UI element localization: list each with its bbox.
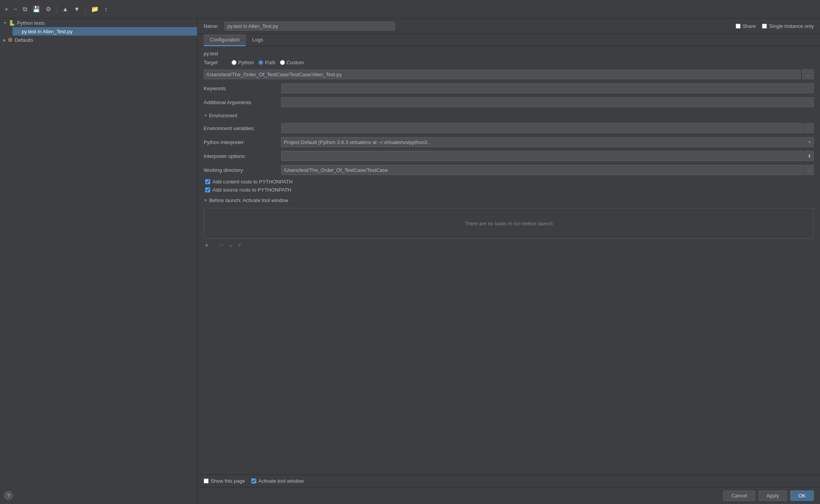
additional-args-input[interactable]: [281, 97, 814, 107]
main-layout: ▼ 🐍 Python tests ▷ py.test in Alien_Test…: [0, 19, 820, 504]
config-content: py.test Target Python Path Custom: [197, 46, 820, 475]
interpreter-options-input[interactable]: [281, 151, 804, 161]
name-input[interactable]: [225, 22, 395, 31]
activate-tool-checkbox[interactable]: [251, 478, 256, 483]
working-dir-row: Working directory: …: [204, 165, 814, 175]
tab-logs[interactable]: Logs: [246, 34, 269, 46]
python-interpreter-select[interactable]: Project Default (Python 3.6.3 virtualenv…: [281, 137, 814, 147]
cancel-button[interactable]: Cancel: [723, 490, 755, 501]
tree-group-python-tests[interactable]: ▼ 🐍 Python tests: [0, 19, 197, 27]
environment-section-header[interactable]: ▼ Environment: [204, 111, 814, 120]
python-radio-label: Python: [238, 60, 254, 65]
keywords-input[interactable]: [281, 83, 814, 93]
tree-group-arrow: ▼: [3, 21, 7, 25]
keywords-label: Keywords: [204, 86, 281, 91]
add-content-roots-checkbox[interactable]: [205, 179, 210, 184]
toolbar-separator-1: [57, 5, 57, 13]
environment-label: Environment: [209, 113, 237, 118]
add-source-roots-row: Add source roots to PYTHONPATH: [204, 187, 814, 193]
pytest-icon: ▷: [15, 28, 20, 34]
additional-args-label: Additional Arguments: [204, 99, 281, 105]
footer: Cancel Apply OK: [197, 487, 820, 504]
working-dir-label: Working directory:: [204, 167, 281, 173]
before-launch-section: ▼ Before launch: Activate tool window Th…: [204, 196, 814, 250]
add-content-roots-row: Add content roots to PYTHONPATH: [204, 179, 814, 185]
single-instance-checkbox[interactable]: [762, 24, 767, 29]
launch-up-button[interactable]: ▲: [226, 241, 235, 249]
sort-button[interactable]: ↕: [103, 5, 109, 14]
interpreter-options-label: Interpreter options:: [204, 153, 281, 159]
remove-button[interactable]: −: [12, 5, 19, 14]
defaults-icon: ⚙: [8, 37, 13, 43]
interpreter-options-row: Interpreter options: ⬇: [204, 151, 814, 161]
tree-child-container: ▷ py.test in Alien_Test.py: [0, 27, 197, 36]
ok-button[interactable]: OK: [790, 490, 814, 501]
add-source-roots-label[interactable]: Add source roots to PYTHONPATH: [213, 187, 291, 193]
show-page-checkbox[interactable]: [204, 478, 209, 483]
move-up-button[interactable]: ▲: [61, 5, 70, 14]
custom-radio-label: Custom: [286, 60, 304, 65]
apply-button[interactable]: Apply: [758, 490, 787, 501]
move-down-button[interactable]: ▼: [72, 5, 82, 14]
share-label[interactable]: Share: [743, 23, 756, 29]
python-interpreter-label: Python interpreter:: [204, 139, 281, 145]
python-tests-icon: 🐍: [9, 20, 15, 26]
target-label: Target: [204, 60, 227, 65]
custom-radio-option[interactable]: Custom: [280, 60, 304, 65]
name-label: Name:: [204, 23, 218, 29]
tab-configuration[interactable]: Configuration: [204, 34, 246, 46]
header-checkboxes: Share Single instance only: [736, 23, 814, 29]
path-browse-button[interactable]: …: [802, 69, 814, 79]
custom-radio[interactable]: [280, 60, 285, 65]
right-panel: Name: Share Single instance only Configu…: [197, 19, 820, 504]
python-interpreter-select-wrapper: Project Default (Python 3.6.3 virtualenv…: [281, 137, 814, 147]
path-radio[interactable]: [258, 60, 263, 65]
path-radio-option[interactable]: Path: [258, 60, 275, 65]
working-dir-input-group: …: [281, 165, 814, 175]
save-button[interactable]: 💾: [31, 5, 42, 14]
launch-edit-button[interactable]: ✏: [218, 241, 225, 249]
path-input[interactable]: [204, 70, 801, 79]
settings-button[interactable]: ⚙: [44, 5, 53, 14]
defaults-arrow: ▶: [3, 38, 6, 42]
working-dir-input[interactable]: [281, 165, 803, 175]
add-content-roots-label[interactable]: Add content roots to PYTHONPATH: [213, 179, 293, 185]
single-instance-label[interactable]: Single instance only: [769, 23, 814, 29]
config-header: Name: Share Single instance only: [197, 19, 820, 34]
main-toolbar: + − ⧉ 💾 ⚙ ▲ ▼ 📁 ↕: [0, 0, 820, 19]
before-launch-arrow: ▼: [204, 198, 208, 202]
env-vars-browse-button[interactable]: …: [804, 123, 814, 133]
additional-args-row: Additional Arguments: [204, 97, 814, 107]
no-tasks-text: There are no tasks to run before launch: [465, 221, 553, 226]
help-icon[interactable]: ?: [4, 491, 13, 500]
toolbar-separator-2: [85, 5, 86, 13]
working-dir-browse-button[interactable]: …: [804, 165, 814, 175]
tree-item-pytest[interactable]: ▷ py.test in Alien_Test.py: [12, 27, 197, 36]
add-source-roots-checkbox[interactable]: [205, 187, 210, 192]
show-page-checkbox-row: Show this page: [204, 478, 245, 484]
path-radio-label: Path: [265, 60, 275, 65]
single-instance-checkbox-row: Single instance only: [762, 23, 814, 29]
env-vars-input-group: …: [281, 123, 814, 133]
python-radio[interactable]: [232, 60, 237, 65]
activate-tool-label[interactable]: Activate tool window: [258, 478, 304, 484]
show-page-label[interactable]: Show this page: [211, 478, 245, 484]
interpreter-options-browse-button[interactable]: ⬇: [805, 151, 814, 161]
defaults-label: Defaults: [15, 37, 33, 43]
activate-tool-checkbox-row: Activate tool window: [251, 478, 304, 484]
tree-item-defaults[interactable]: ▶ ⚙ Defaults: [0, 36, 197, 44]
add-button[interactable]: +: [3, 5, 10, 14]
share-checkbox[interactable]: [736, 24, 741, 29]
launch-down-button[interactable]: ▼: [235, 241, 244, 249]
keywords-row: Keywords: [204, 83, 814, 93]
before-launch-label: Before launch: Activate tool window: [209, 197, 288, 203]
before-launch-header[interactable]: ▼ Before launch: Activate tool window: [204, 196, 814, 205]
target-row: Target Python Path Custom: [204, 60, 814, 65]
copy-button[interactable]: ⧉: [21, 5, 29, 14]
tree-group-label: Python tests: [17, 20, 45, 26]
launch-add-button[interactable]: +: [204, 241, 210, 249]
env-vars-input[interactable]: [281, 123, 803, 133]
folder-button[interactable]: 📁: [89, 5, 100, 14]
python-radio-option[interactable]: Python: [232, 60, 254, 65]
launch-remove-button[interactable]: −: [211, 241, 217, 249]
